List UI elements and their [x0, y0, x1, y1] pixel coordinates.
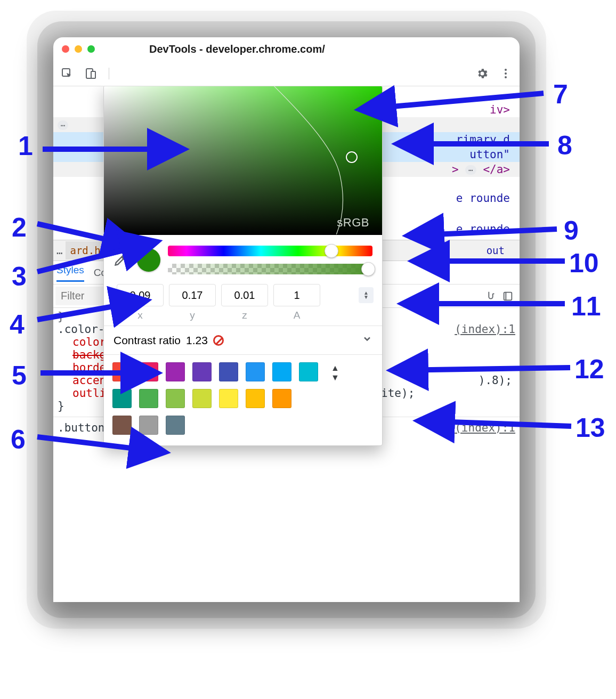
callout-9: 9 [564, 215, 579, 246]
svg-point-3 [505, 69, 507, 71]
breadcrumb-trailing: out [487, 245, 505, 256]
palette-swatch[interactable] [139, 389, 158, 408]
close-traffic-light[interactable] [62, 45, 69, 53]
palette-swatch[interactable] [166, 416, 185, 435]
alpha-slider[interactable] [168, 264, 372, 274]
callout-12: 12 [574, 354, 604, 385]
separator [109, 68, 109, 79]
callout-1: 1 [18, 131, 33, 161]
palette-swatch[interactable] [166, 389, 185, 408]
callout-8: 8 [557, 130, 572, 161]
palette-swatch[interactable] [192, 389, 212, 408]
elements-panel: iv> ⋯ rimary d utton" > ⋯ </a> e rounde … [53, 86, 520, 602]
contrast-row[interactable]: Contrast ratio 1.23 [104, 326, 382, 355]
toolbar [53, 61, 520, 86]
palette-swatch[interactable] [139, 416, 158, 435]
palette-swatch[interactable] [139, 362, 158, 381]
rule-source-link[interactable]: (index):1 [455, 421, 515, 434]
spectrum-thumb[interactable] [346, 151, 358, 163]
contrast-value: 1.23 [186, 334, 208, 347]
prop-value-tail: ).8); [479, 374, 515, 387]
window-title: DevTools - developer.chrome.com/ [149, 43, 325, 55]
callout-6: 6 [11, 424, 26, 455]
format-switcher-icon[interactable]: ▲▼ [359, 287, 374, 303]
value-x[interactable] [117, 284, 164, 306]
hover-icon[interactable] [483, 289, 498, 304]
color-values-row: x y z A ▲▼ [104, 279, 382, 326]
palette-swatch[interactable] [112, 362, 132, 381]
palette-switcher-icon[interactable]: ▲▼ [331, 363, 338, 435]
ellipsis-badge-icon[interactable]: ⋯ [465, 165, 476, 175]
color-picker: sRGB x y z [103, 86, 383, 446]
contrast-fail-icon [213, 335, 224, 346]
hue-slider[interactable] [168, 246, 372, 256]
kebab-menu-icon[interactable] [498, 66, 513, 81]
minimize-traffic-light[interactable] [75, 45, 82, 53]
palette-swatch[interactable] [246, 389, 265, 408]
zoom-traffic-light[interactable] [87, 45, 95, 53]
callout-13: 13 [576, 412, 605, 443]
svg-rect-6 [504, 292, 512, 300]
palette-swatch[interactable] [219, 389, 238, 408]
palette-swatch[interactable] [272, 389, 291, 408]
alpha-thumb[interactable] [361, 262, 375, 276]
contrast-label: Contrast ratio [114, 334, 181, 347]
eyedropper-icon[interactable] [114, 252, 129, 268]
palette-swatch[interactable] [299, 362, 318, 381]
palette-swatch[interactable] [166, 362, 185, 381]
ellipsis-badge-icon[interactable]: ⋯ [58, 120, 68, 130]
inspect-element-icon[interactable] [60, 66, 75, 81]
value-y[interactable] [169, 284, 216, 306]
breadcrumb-ellipsis[interactable]: … [53, 245, 66, 256]
palette-swatch[interactable] [246, 362, 265, 381]
palette-swatch[interactable] [272, 362, 291, 381]
palette-row: ▲▼ [104, 355, 382, 445]
traffic-lights [62, 45, 95, 53]
palette-swatch[interactable] [192, 362, 212, 381]
callout-7: 7 [553, 79, 568, 110]
palette-swatch[interactable] [112, 389, 132, 408]
callout-4: 4 [10, 309, 25, 340]
callout-10: 10 [569, 248, 599, 279]
spectrum-area[interactable]: sRGB [104, 86, 382, 235]
rule-source-link[interactable]: (index):1 [455, 323, 515, 336]
svg-point-5 [505, 76, 507, 78]
value-z[interactable] [221, 284, 268, 306]
palette-grid [112, 362, 318, 435]
callout-5: 5 [12, 360, 27, 391]
devtools-window: DevTools - developer.chrome.com/ iv> ⋯ r… [53, 37, 520, 602]
callout-3: 3 [12, 261, 27, 292]
palette-swatch[interactable] [219, 362, 238, 381]
settings-gear-icon[interactable] [475, 66, 490, 81]
value-a[interactable] [273, 284, 320, 306]
tab-styles[interactable]: Styles [56, 264, 84, 282]
current-color-swatch[interactable] [137, 248, 160, 272]
palette-swatch[interactable] [112, 416, 132, 435]
hue-thumb[interactable] [325, 244, 338, 258]
svg-rect-2 [91, 71, 95, 78]
chevron-down-icon[interactable] [362, 334, 372, 347]
device-toggle-icon[interactable] [83, 66, 98, 81]
titlebar: DevTools - developer.chrome.com/ [53, 37, 520, 61]
callout-2: 2 [12, 212, 27, 243]
svg-point-4 [505, 72, 507, 75]
gamut-boundary-line [104, 86, 382, 234]
picker-controls-row [104, 235, 382, 279]
new-style-rule-icon[interactable] [500, 289, 515, 304]
callout-11: 11 [571, 291, 601, 322]
gamut-label: sRGB [337, 216, 369, 230]
